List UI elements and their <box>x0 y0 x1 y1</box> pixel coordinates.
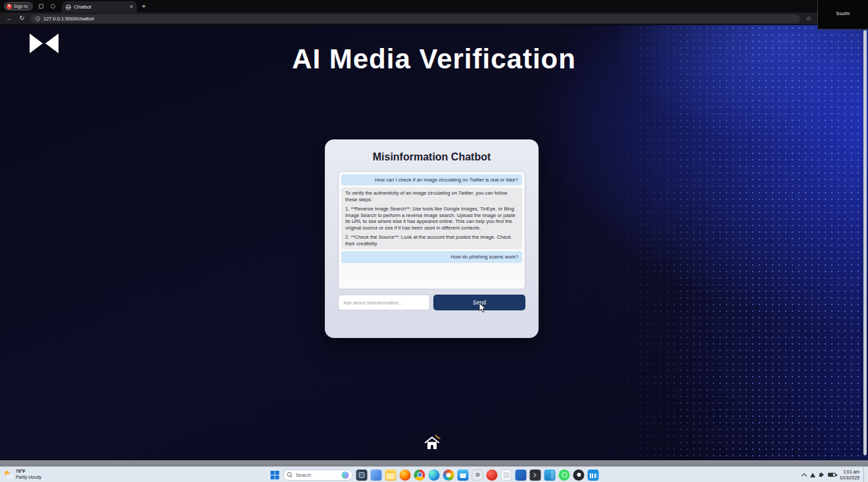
start-button[interactable] <box>270 470 280 480</box>
new-tab-button[interactable]: + <box>141 3 145 10</box>
profile-avatar-icon <box>7 4 12 9</box>
weather-icon <box>4 471 13 479</box>
tray-chevron-icon[interactable] <box>802 473 807 478</box>
docker-icon[interactable] <box>588 470 599 481</box>
globe-favicon-icon <box>66 5 71 10</box>
clock-date: 10/3/2025 <box>840 475 859 481</box>
address-bar[interactable]: 127.0.0.1:5000/chatbot <box>30 14 800 23</box>
signin-label: Sign in <box>14 4 28 9</box>
refresh-button[interactable]: ↻ <box>18 15 26 22</box>
tab-search-icon[interactable] <box>49 3 57 11</box>
browser-signin-button[interactable]: Sign in <box>4 2 33 11</box>
mouse-cursor <box>479 302 487 316</box>
network-icon[interactable] <box>810 473 815 477</box>
taskbar-center: Search <box>270 467 599 482</box>
home-button[interactable] <box>422 433 442 454</box>
background-dot-wave <box>579 25 868 460</box>
browser-tab-strip: Sign in Chatbot × + <box>0 0 868 12</box>
taskbar-search[interactable]: Search <box>283 470 353 481</box>
photos-icon[interactable] <box>443 470 454 481</box>
bot-paragraph: To verify the authenticity of an image c… <box>345 190 518 203</box>
search-label: Search <box>296 472 312 478</box>
screenshare-name-overlay: Soulhi <box>817 0 868 30</box>
firefox-icon[interactable] <box>400 470 411 481</box>
page-title: AI Media Verification <box>0 43 868 75</box>
browser-toolbar: ← ↻ 127.0.0.1:5000/chatbot ☆ <box>0 12 868 25</box>
file-explorer-icon[interactable] <box>385 470 397 481</box>
edge-icon[interactable] <box>429 470 440 481</box>
screen: Sign in Chatbot × + ← ↻ 127.0.0.1:5000/c… <box>0 0 868 482</box>
chat-message-bot: To verify the authenticity of an image c… <box>341 187 522 249</box>
terminal-icon[interactable] <box>530 470 541 481</box>
volume-icon[interactable] <box>819 473 821 477</box>
settings-icon[interactable] <box>472 470 483 481</box>
vscode-icon[interactable] <box>544 470 556 481</box>
back-button[interactable]: ← <box>5 15 14 22</box>
whatsapp-icon[interactable] <box>559 470 570 481</box>
show-desktop-button[interactable] <box>863 467 865 482</box>
chrome-icon[interactable] <box>414 470 425 481</box>
overlay-name-text: Soulhi <box>836 11 850 16</box>
opera-icon[interactable] <box>487 470 498 481</box>
bookmark-star-icon[interactable]: ☆ <box>804 16 813 22</box>
tab-close-icon[interactable]: × <box>130 4 133 10</box>
weather-widget[interactable]: 79°F Partly cloudy <box>4 468 41 481</box>
chat-input-row: Send <box>338 295 525 310</box>
chat-input[interactable] <box>338 295 430 310</box>
tab-chatbot[interactable]: Chatbot × <box>62 1 137 12</box>
bot-paragraph: 2. **Check the Source**: Look at the acc… <box>345 234 518 247</box>
widgets-icon[interactable] <box>371 470 382 481</box>
bot-paragraph: 1. **Reverse Image Search**: Use tools l… <box>345 206 518 231</box>
taskbar-clock[interactable]: 1:01 am 10/3/2025 <box>840 469 859 481</box>
weather-condition: Partly cloudy <box>16 475 41 480</box>
workspaces-icon[interactable] <box>37 3 45 11</box>
task-view-icon[interactable] <box>356 470 368 481</box>
page-viewport: AI Media Verification Misinformation Cha… <box>0 25 868 460</box>
window-bottom-edge <box>0 460 868 466</box>
site-info-icon[interactable] <box>36 16 40 21</box>
page-scrollbar[interactable] <box>863 30 867 455</box>
search-icon <box>287 472 293 477</box>
taskbar: 79°F Partly cloudy Search <box>0 466 868 482</box>
system-tray: 1:01 am 10/3/2025 <box>802 467 865 482</box>
copilot-icon[interactable] <box>342 471 349 479</box>
chat-message-user: How do phishing scams work? <box>341 251 522 262</box>
tab-title: Chatbot <box>74 4 127 10</box>
github-icon[interactable] <box>573 470 585 481</box>
url-text: 127.0.0.1:5000/chatbot <box>43 16 94 22</box>
clock-time: 1:01 am <box>840 469 859 475</box>
chat-message-user: How can I check if an image circulating … <box>341 174 522 185</box>
word-icon[interactable] <box>516 470 527 481</box>
chatbot-title: Misinformation Chatbot <box>338 151 525 163</box>
chatbot-card: Misinformation Chatbot How can I check i… <box>325 139 539 338</box>
battery-icon[interactable] <box>828 473 836 477</box>
notepad-icon[interactable] <box>501 470 512 481</box>
weather-temp: 79°F <box>16 469 41 474</box>
chat-window[interactable]: How can I check if an image circulating … <box>338 171 525 289</box>
store-icon[interactable] <box>458 470 469 481</box>
